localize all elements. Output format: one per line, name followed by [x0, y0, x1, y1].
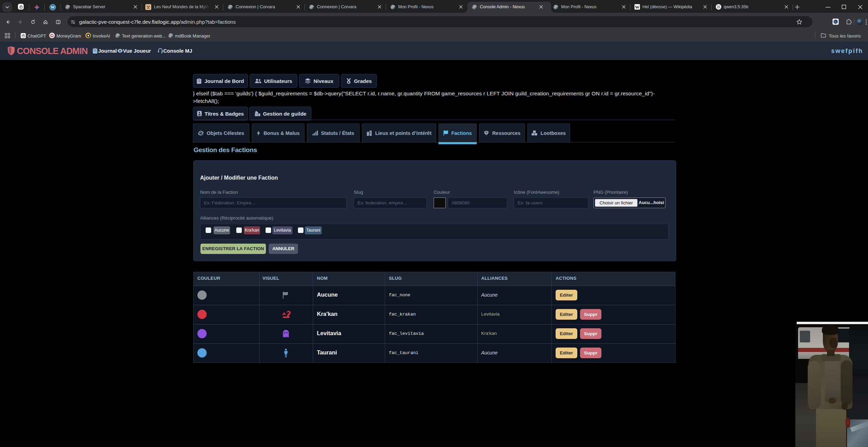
svg-text:W: W: [51, 5, 55, 10]
